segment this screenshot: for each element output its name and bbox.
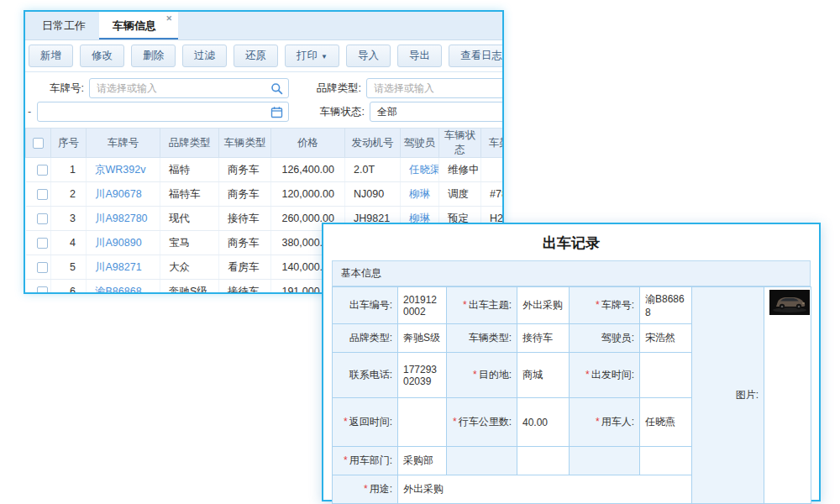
restore-button[interactable]: 还原: [234, 45, 278, 67]
view-log-button[interactable]: 查看日志: [449, 45, 504, 67]
row-checkbox[interactable]: [37, 189, 48, 200]
vehicle-photo[interactable]: [769, 290, 810, 315]
field-value[interactable]: 接待车: [517, 324, 570, 353]
field-value[interactable]: 任晓燕: [640, 398, 692, 447]
field-label: *出车主题:: [447, 287, 517, 324]
calendar-icon[interactable]: [270, 106, 283, 118]
search-icon[interactable]: [270, 82, 283, 95]
dispatch-form: 出车编号: 2019120002 *出车主题: 外出采购 *车牌号: 渝B868…: [332, 286, 811, 504]
cell-type: 接待车: [219, 207, 271, 231]
cell-type: 商务车: [219, 158, 271, 182]
image-field-label: 图片:: [692, 287, 764, 504]
col-brand: 品牌类型: [160, 129, 219, 158]
cell-seq: 2: [51, 182, 87, 207]
col-driver: 驾驶员: [401, 129, 439, 158]
required-marker: *: [596, 416, 600, 428]
plate-link[interactable]: 京WR392v: [87, 158, 160, 182]
delete-button[interactable]: 删除: [131, 45, 176, 67]
field-value[interactable]: 宋浩然: [640, 324, 692, 353]
field-label: *用途:: [333, 475, 398, 504]
row-checkbox[interactable]: [37, 238, 48, 249]
field-label: *目的地:: [447, 353, 517, 398]
field-value[interactable]: 外出采购: [517, 287, 570, 324]
field-value[interactable]: 渝B86868: [640, 287, 692, 324]
field-value[interactable]: [517, 447, 570, 475]
status-filter-select[interactable]: 全部: [370, 102, 504, 122]
field-label: 车辆类型:: [447, 324, 517, 353]
field-value[interactable]: 17729302039: [398, 353, 447, 398]
row-checkbox[interactable]: [37, 286, 48, 294]
field-value[interactable]: [398, 398, 447, 447]
field-label: 驾驶员:: [570, 324, 640, 353]
export-button[interactable]: 导出: [397, 45, 442, 67]
table-header-row: 序号 车牌号 品牌类型 车辆类型 价格 发动机号 驾驶员 车辆状态 车架号: [26, 129, 505, 158]
driver-link[interactable]: 任晓渠: [401, 158, 439, 182]
required-marker: *: [463, 299, 467, 311]
field-label: [447, 447, 517, 475]
required-marker: *: [344, 416, 348, 428]
close-icon[interactable]: ✕: [165, 13, 172, 24]
cell-engine: NJ090: [345, 182, 401, 207]
cell-seq: 5: [51, 255, 87, 280]
cell-seq: 4: [51, 231, 87, 255]
filter-button[interactable]: 过滤: [182, 45, 227, 67]
field-value[interactable]: 商城: [517, 353, 570, 398]
tab-vehicle-info-label: 车辆信息: [113, 19, 156, 32]
cell-type: 商务车: [219, 182, 271, 207]
required-marker: *: [453, 416, 457, 428]
search-filters: 车牌号: 品牌类型: -: [25, 72, 502, 125]
cell-type: 商务车: [219, 231, 271, 255]
required-marker: *: [344, 454, 348, 466]
field-value[interactable]: [640, 447, 692, 475]
plate-filter-box: [89, 78, 289, 98]
usage-field-value[interactable]: 外出采购: [398, 475, 692, 504]
field-label: 品牌类型:: [333, 324, 398, 353]
brand-filter-input[interactable]: [367, 79, 504, 97]
field-label: *用车部门:: [333, 447, 398, 475]
cell-seq: 6: [51, 280, 87, 295]
required-marker: *: [596, 299, 600, 311]
tab-vehicle-info[interactable]: 车辆信息 ✕: [99, 12, 178, 39]
col-vin: 车架号: [481, 129, 505, 158]
edit-button[interactable]: 修改: [80, 45, 124, 67]
cell-brand: 福特: [160, 158, 219, 182]
field-value[interactable]: [640, 353, 692, 398]
row-checkbox[interactable]: [37, 165, 48, 176]
field-value[interactable]: 奔驰S级: [398, 324, 447, 353]
cell-vin: [481, 158, 505, 182]
plate-link[interactable]: 川A982780: [87, 207, 160, 231]
cell-status: 调度: [439, 182, 481, 207]
add-button[interactable]: 新增: [29, 45, 73, 67]
required-marker: *: [364, 483, 368, 495]
field-value[interactable]: 40.00: [517, 398, 570, 447]
col-engine: 发动机号: [345, 129, 401, 158]
field-label: *用车人:: [570, 398, 640, 447]
field-label: 出车编号:: [333, 287, 398, 324]
select-all-checkbox[interactable]: [33, 138, 44, 149]
driver-link[interactable]: 柳琳: [401, 182, 439, 207]
date-range-dash: -: [25, 106, 34, 118]
plate-link[interactable]: 川A90678: [87, 182, 160, 207]
field-value[interactable]: 2019120002: [398, 287, 447, 324]
print-button[interactable]: 打印▼: [285, 45, 339, 67]
col-plate: 车牌号: [87, 129, 160, 158]
brand-filter-box: [366, 78, 504, 98]
import-button[interactable]: 导入: [346, 45, 391, 67]
col-price: 价格: [271, 129, 345, 158]
table-row: 1 京WR392v 福特 商务车 126,400.00 2.0T 任晓渠 维修中: [26, 158, 505, 182]
col-type: 车辆类型: [219, 129, 271, 158]
tab-daily-work[interactable]: 日常工作: [29, 12, 99, 39]
chevron-down-icon: ▼: [321, 53, 328, 60]
row-checkbox[interactable]: [37, 213, 48, 224]
toolbar: 新增 修改 删除 过滤 还原 打印▼ 导入 导出 查看日志: [25, 40, 502, 72]
plate-filter-input[interactable]: [90, 79, 288, 97]
tab-bar: 日常工作 车辆信息 ✕: [25, 12, 502, 40]
plate-link[interactable]: 渝B86868: [87, 280, 160, 295]
plate-link[interactable]: 川A90890: [87, 231, 160, 255]
table-row: 2 川A90678 福特车 商务车 120,000.00 NJ090 柳琳 调度…: [26, 182, 505, 207]
row-checkbox[interactable]: [37, 262, 48, 273]
plate-link[interactable]: 川A98271: [87, 255, 160, 280]
date-filter-input[interactable]: [38, 102, 288, 121]
cell-engine: 2.0T: [345, 158, 401, 182]
field-value[interactable]: 采购部: [398, 447, 447, 475]
